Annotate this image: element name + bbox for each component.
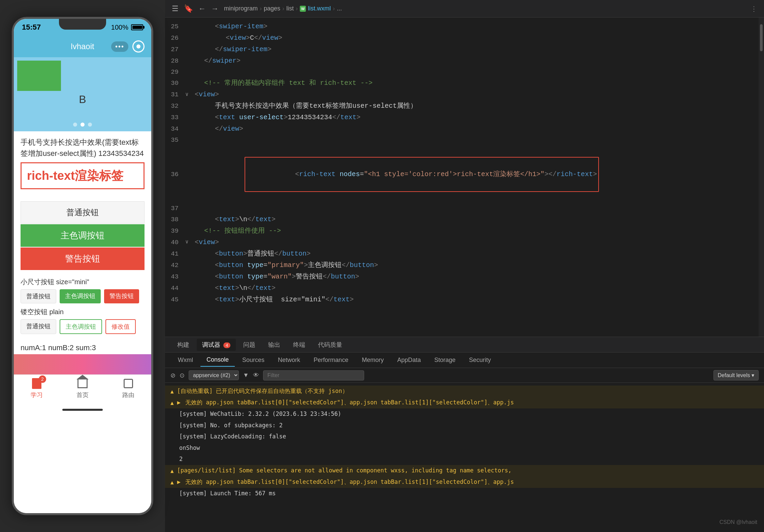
tab-route-icon [122, 377, 134, 390]
warn-icon-1: ▲ [170, 388, 174, 396]
tab-study[interactable]: 2 学习 [31, 377, 43, 399]
buttons-section[interactable]: 普通按钮 主色调按钮 警告按钮 [14, 198, 151, 274]
file-icon: W [300, 6, 306, 12]
tab-home[interactable]: 首页 [76, 377, 89, 399]
status-time: 15:57 [22, 23, 41, 32]
code-line-39: 39 <!-- 按钮组件使用 --> [165, 225, 759, 237]
devtab-storage[interactable]: Storage [428, 354, 461, 366]
bookmark-icon[interactable]: 🔖 [184, 4, 193, 13]
route-icon [124, 379, 133, 388]
tab-debugger[interactable]: 调试器 4 [197, 339, 236, 351]
plain-section-label: 镂空按钮 plain [21, 307, 145, 317]
code-line-42: 42 <button type="primary">主色调按钮</button> [165, 260, 759, 271]
console-line-6: onShow [165, 442, 764, 454]
nav-eye-icon[interactable] [132, 40, 145, 53]
console-text-2: ▶ 无效的 app.json tabBar.list[0]["selectedC… [177, 398, 514, 407]
editor-scrollbar[interactable] [759, 18, 764, 337]
filename: list.wxml [308, 5, 331, 12]
swiper-area: B [14, 57, 151, 131]
mini-normal-btn[interactable]: 普通按钮 [21, 289, 56, 303]
tab-bar[interactable]: 2 学习 首页 路由 [14, 374, 151, 405]
console-levels-select[interactable]: Default levels ▾ [713, 370, 759, 380]
console-line-8: ▲ [pages/list/list] Some selectors are n… [165, 465, 764, 476]
breadcrumb-list: list [286, 5, 294, 12]
devtab-security[interactable]: Security [463, 354, 497, 366]
tab-route[interactable]: 路由 [122, 377, 134, 399]
mini-buttons-row[interactable]: 普通按钮 主色调按钮 警告按钮 [21, 289, 145, 303]
phone-text-content: 手机号支持长按选中效果(需要text标签增加user-select属性) 123… [21, 137, 145, 159]
menu-icon[interactable]: ☰ [172, 4, 179, 13]
primary-button[interactable]: 主色调按钮 [21, 224, 145, 247]
tool-tabs[interactable]: 构建 调试器 4 问题 输出 终端 代码质量 [165, 337, 764, 353]
nav-title: lvhaoit [71, 42, 94, 51]
code-line-44: 44 <text>\n</text> [165, 282, 759, 294]
devtab-sources[interactable]: Sources [236, 354, 270, 366]
devtab-wxml[interactable]: Wxml [172, 354, 199, 366]
console-eye-btn[interactable]: 👁 [253, 372, 259, 379]
devtab-appdata[interactable]: AppData [391, 354, 427, 366]
editor-panel: ☰ 🔖 ← → miniprogram › pages › list › W l… [165, 0, 764, 532]
warn-button[interactable]: 警告按钮 [21, 247, 145, 270]
mini-section: 小尺寸按钮 size="mini" 普通按钮 主色调按钮 警告按钮 镂空按钮 p… [14, 274, 151, 341]
text-section: 手机号支持长按选中效果(需要text标签增加user-select属性) 123… [14, 131, 151, 198]
forward-icon[interactable]: → [211, 4, 219, 13]
mini-primary-btn[interactable]: 主色调按钮 [60, 289, 101, 303]
console-text-5: [system] LazyCodeLoading: false [179, 432, 286, 441]
plain-normal-btn[interactable]: 普通按钮 [21, 319, 56, 334]
code-line-32: 32 手机号支持长按选中效果（需要text标签增加user-select属性） [165, 100, 759, 112]
console-toolbar[interactable]: ⊘ ⊙ appservice (#2) ▼ 👁 Default levels ▾ [165, 368, 764, 383]
code-line-30: 30 <!-- 常用的基础内容组件 text 和 rich-text --> [165, 77, 759, 89]
rich-text-box: rich-text渲染标签 [21, 162, 145, 189]
swiper-dots [73, 123, 92, 127]
code-line-36: 36 <rich-text nodes="<h1 style='color:re… [165, 146, 759, 203]
code-line-38: 38 <text>\n</text> [165, 214, 759, 225]
code-editor[interactable]: 25 <swiper-item> 26 <view>C</view> 27 </… [165, 18, 764, 337]
console-text-8: [pages/list/list] Some selectors are not… [177, 466, 512, 475]
devtab-network[interactable]: Network [272, 354, 306, 366]
back-icon[interactable]: ← [198, 4, 206, 13]
console-context-select[interactable]: appservice (#2) [189, 370, 239, 380]
devtab-memory[interactable]: Memory [356, 354, 390, 366]
plain-buttons-row[interactable]: 普通按钮 主色调按钮 修改值 [21, 319, 145, 334]
status-right: 100% [111, 24, 143, 31]
scrollbar-thumb[interactable] [760, 24, 763, 51]
devtools-tabs[interactable]: Wxml Console Sources Network Performance… [165, 353, 764, 368]
plain-primary-btn[interactable]: 主色调按钮 [60, 319, 102, 334]
tab-terminal[interactable]: 终端 [288, 339, 311, 351]
phone-notch [59, 19, 106, 30]
devtab-performance[interactable]: Performance [308, 354, 354, 366]
tab-problems[interactable]: 问题 [238, 339, 261, 351]
console-dropdown-btn[interactable]: ▼ [243, 372, 249, 379]
code-line-25: 25 <swiper-item> [165, 21, 759, 32]
home-icon [77, 379, 88, 388]
swiper-current-slide: B [79, 93, 86, 106]
nav-icons[interactable]: ••• [111, 40, 145, 53]
console-line-3: [system] WeChatLib: 2.32.2 (2023.6.13 23… [165, 408, 764, 420]
tab-output[interactable]: 输出 [263, 339, 286, 351]
mini-section-label: 小尺寸按钮 size="mini" [21, 277, 145, 287]
tab-build[interactable]: 构建 [172, 339, 195, 351]
warn-icon-8: ▲ [170, 467, 174, 475]
header-right-icon[interactable]: ⋮ [751, 5, 757, 13]
code-line-40: 40 ∨ <view> [165, 237, 759, 248]
mini-warn-btn[interactable]: 警告按钮 [104, 289, 139, 303]
console-line-5: [system] LazyCodeLoading: false [165, 431, 764, 442]
console-pause-btn[interactable]: ⊙ [180, 372, 185, 379]
console-filter-input[interactable] [263, 370, 364, 380]
rich-text-label: rich-text渲染标签 [27, 169, 123, 182]
battery-percent: 100% [111, 24, 128, 31]
devtab-console[interactable]: Console [200, 354, 235, 367]
tab-quality[interactable]: 代码质量 [313, 339, 348, 351]
phone-content: B 手机号支持长按选中效果(需要text标签增加user-select属性) 1… [14, 57, 151, 513]
nav-dots-icon[interactable]: ••• [111, 41, 128, 52]
plain-warn-btn[interactable]: 修改值 [105, 319, 136, 334]
breadcrumb: miniprogram › pages › list › W list.wxml… [224, 5, 342, 12]
console-line-2: ▲ ▶ 无效的 app.json tabBar.list[0]["selecte… [165, 397, 764, 408]
console-text-7: 2 [179, 455, 183, 464]
tab-route-label: 路由 [122, 391, 134, 399]
normal-button[interactable]: 普通按钮 [21, 201, 145, 224]
console-clear-btn[interactable]: ⊘ [170, 372, 176, 379]
tab-home-icon [76, 377, 89, 390]
warn-icon-9: ▲ [170, 478, 174, 487]
console-line-7: 2 [165, 454, 764, 465]
